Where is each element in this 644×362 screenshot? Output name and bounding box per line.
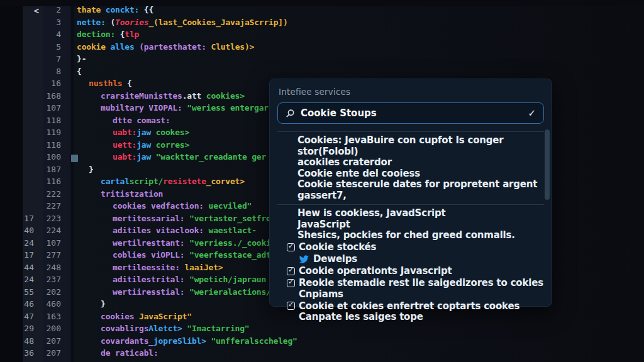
code-token: wertilresttant: (113, 238, 189, 248)
popup-title: Intefiee services (277, 84, 544, 102)
line-number: 187 (39, 165, 67, 174)
code-line[interactable]: 36207de raticabl: (0, 348, 644, 361)
code-token: { (77, 67, 82, 76)
code-token: jaw (136, 140, 156, 150)
code-token: { (122, 79, 131, 88)
line-number: 207 (39, 336, 67, 346)
search-box[interactable]: ✓ (277, 102, 544, 124)
code-token: de raticabl: (101, 348, 158, 358)
line-number: 119 (39, 128, 67, 137)
code-token: .att (182, 91, 206, 101)
search-icon (286, 109, 295, 118)
list-item[interactable]: Reokle stemadie rest lle saigedizores to… (277, 277, 544, 289)
code-token: (partesthatet: (139, 42, 211, 52)
code-token: JavaScript" (139, 312, 192, 321)
checked-checkbox-icon[interactable] (287, 279, 295, 287)
line-number: 460 (39, 299, 67, 309)
gutter-aux-number: 17 (0, 214, 39, 223)
code-token: jaw (136, 152, 156, 162)
line-number: 116 (39, 177, 67, 186)
line-number: 16 (39, 79, 67, 88)
list-item[interactable]: Dewelps (277, 253, 544, 265)
line-number: 2 (39, 5, 67, 14)
code-token: mertitessarial: (113, 214, 189, 223)
code-line[interactable]: 7}- (0, 54, 644, 67)
gutter-aux-number: 47 (0, 312, 39, 321)
line-number: 8 (39, 67, 67, 76)
list-item[interactable]: Canpate les saiges tope (277, 312, 544, 323)
list-item[interactable]: Cookie et cokies enfertret coptarts cook… (277, 300, 544, 312)
code-token: { (115, 30, 125, 39)
gutter-aux-number: 55 (0, 287, 39, 297)
line-number: 7 (39, 54, 67, 63)
code-token: "weriess entergar (187, 103, 269, 112)
checked-checkbox-icon[interactable] (287, 243, 295, 251)
code-token: uecviled" (209, 201, 252, 211)
list-item-label: Cookie et cokies enfertret coptarts cook… (299, 300, 519, 312)
code-line[interactable]: 48207covardants_jopreSlibl> "unfferalscc… (0, 336, 644, 349)
code-token: "veerfesstace_adta (189, 250, 275, 260)
list-item[interactable]: Cookies: JevaBuire con cupfot Is conger … (277, 135, 544, 157)
search-input[interactable] (301, 107, 522, 119)
code-token: coblies viOPLL: (113, 250, 189, 260)
code-token: ( (106, 18, 115, 27)
code-token: tritistzation (101, 189, 163, 199)
code-token: covablirgs (101, 324, 148, 333)
code-token: script/ (130, 177, 163, 186)
code-token: "vertaster_setfrec (189, 214, 275, 223)
line-number: 168 (39, 91, 67, 101)
code-line[interactable]: 29200covablirgsAletct> "Imactarring" (0, 324, 644, 336)
list-item[interactable]: Cookie stockés (277, 241, 544, 253)
list-item-label: Dewelps (313, 253, 357, 265)
code-token: cartal (101, 177, 130, 186)
list-divider (277, 131, 544, 132)
list-item[interactable]: Cookie ente del cooiess (277, 168, 544, 180)
gutter-aux-number: 17 (0, 250, 39, 260)
list-item[interactable]: acokiles craterdor (277, 157, 544, 168)
code-text: thate conckt: {{ (67, 5, 644, 14)
code-line[interactable]: 2thate conckt: {{ (0, 5, 644, 18)
list-item[interactable]: Hew is cookiess, JavadScript (277, 208, 544, 219)
code-token: _corvet> (206, 177, 245, 186)
code-line[interactable]: 5cookie alles (partesthatet: Clutles)> (0, 42, 644, 55)
checked-checkbox-icon[interactable] (287, 267, 295, 275)
line-number: 107 (39, 103, 67, 112)
breakpoint-marker[interactable] (71, 155, 78, 162)
list-item-label: Reokle stemadie rest lle saigedizores to… (299, 277, 543, 288)
list-item[interactable]: Cnpiams (277, 289, 544, 300)
list-item-label: acokiles craterdor (297, 156, 392, 168)
line-number: 202 (39, 287, 67, 297)
line-number: 277 (39, 250, 67, 260)
code-token: _(last_Cookies_JavajaScrrip]) (148, 18, 287, 27)
line-number: 237 (39, 275, 67, 284)
code-token: cookies vedfaction: (113, 201, 209, 211)
code-line[interactable]: 8{ (0, 67, 644, 79)
code-text: covablirgsAletct> "Imactarring" (67, 324, 644, 333)
code-token: crarsiteMunisttes (101, 91, 182, 101)
code-line[interactable]: 4dection: {tlp (0, 30, 644, 42)
list-divider (277, 204, 544, 205)
popup-scrollbar[interactable] (545, 129, 550, 200)
line-number: 5 (39, 42, 67, 52)
gutter-aux-number: 40 (0, 226, 39, 235)
intellisense-popup: Intefiee services ✓ Cookies: JevaBuire c… (269, 79, 552, 307)
checked-checkbox-icon[interactable] (287, 302, 295, 310)
gutter-aux-number: 29 (0, 324, 39, 333)
line-number: 223 (39, 214, 67, 223)
list-item[interactable]: Cookie operationts Javascript (277, 265, 544, 277)
list-item[interactable]: Shesics, pockies for ched greed conmalls… (277, 230, 544, 241)
code-token: "unfferalsccheleg" (211, 336, 297, 346)
list-item[interactable]: JavaScript (277, 219, 544, 231)
code-text: cookie alles (partesthatet: Clutles)> (67, 42, 644, 52)
code-token: thate (77, 5, 101, 14)
gutter-aux-number: 24 (0, 275, 39, 284)
code-token: cookes> (156, 128, 189, 137)
code-token: nette: (77, 18, 106, 27)
list-item-label: Cookies: JevaBuire con cupfot Is conger … (297, 134, 504, 157)
line-number: 107 (39, 238, 67, 248)
code-token: "verriess./_cookie (189, 238, 275, 248)
gutter-aux-number: 24 (0, 238, 39, 248)
code-line[interactable]: 3nette: (Toories_(last_Cookies_JavajaScr… (0, 18, 644, 30)
code-token: aditiles vitaclook: (113, 226, 209, 235)
list-item[interactable]: Cookie stescerule dates for propretent a… (277, 179, 544, 201)
